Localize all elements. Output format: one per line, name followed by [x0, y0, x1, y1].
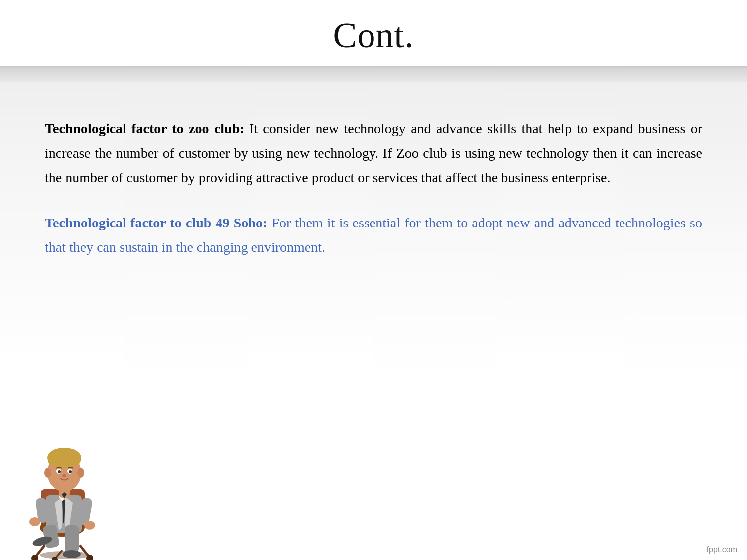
- svg-point-19: [63, 550, 81, 558]
- gray-divider-bar: [0, 68, 747, 82]
- svg-point-35: [62, 474, 66, 477]
- slide-title: Cont.: [0, 15, 747, 56]
- svg-point-33: [58, 470, 61, 473]
- paragraph-zoo-text: Technological factor to zoo club: It con…: [45, 116, 702, 190]
- paragraph-block-soho: Technological factor to club 49 Soho: Fo…: [45, 211, 702, 259]
- paragraph-soho-text: Technological factor to club 49 Soho: Fo…: [45, 211, 702, 259]
- businessman-svg: [15, 431, 124, 560]
- paragraph-block-zoo: Technological factor to zoo club: It con…: [45, 116, 702, 190]
- businessman-figure: [15, 431, 124, 560]
- svg-point-24: [29, 517, 40, 526]
- paragraph-soho-label: Technological factor to club 49 Soho:: [45, 215, 267, 230]
- svg-point-34: [69, 470, 72, 473]
- header-section: Cont.: [0, 0, 747, 68]
- svg-point-22: [84, 521, 95, 530]
- paragraph-zoo-label: Technological factor to zoo club:: [45, 121, 245, 136]
- svg-rect-18: [65, 525, 79, 553]
- watermark: fppt.com: [707, 545, 737, 554]
- content-area: Technological factor to zoo club: It con…: [0, 82, 747, 560]
- svg-rect-28: [48, 455, 81, 465]
- svg-point-29: [44, 468, 51, 478]
- svg-point-30: [77, 468, 84, 478]
- slide: Cont. Technological factor to zoo club: …: [0, 0, 747, 560]
